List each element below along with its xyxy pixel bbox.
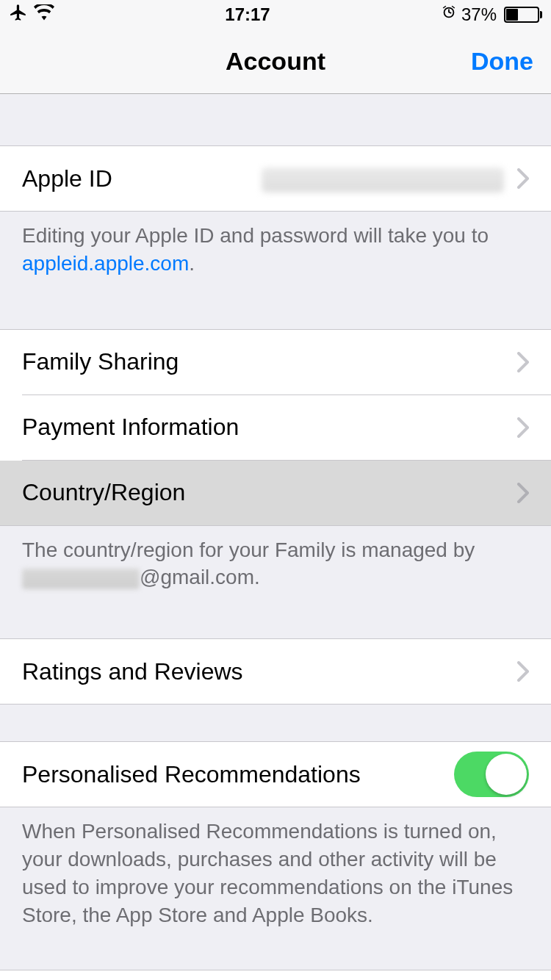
apple-id-label: Apple ID — [22, 165, 112, 192]
row-country-region[interactable]: Country/Region — [0, 461, 551, 525]
row-personalised-recommendations: Personalised Recommendations — [0, 742, 551, 807]
status-time: 17:17 — [225, 4, 270, 25]
row-family-sharing[interactable]: Family Sharing — [0, 330, 551, 394]
row-ratings-reviews[interactable]: Ratings and Reviews — [0, 639, 551, 704]
battery-percent: 37% — [461, 4, 497, 25]
personalised-recommendations-toggle[interactable] — [454, 752, 529, 797]
appleid-link[interactable]: appleid.apple.com — [22, 252, 189, 275]
payment-information-label: Payment Information — [22, 414, 239, 441]
alarm-icon — [441, 4, 457, 25]
status-bar: 17:17 37% — [0, 0, 551, 29]
redacted-email-prefix — [22, 569, 140, 589]
battery-icon — [501, 7, 542, 23]
apple-id-footer: Editing your Apple ID and password will … — [0, 212, 551, 300]
chevron-right-icon — [517, 661, 529, 682]
country-region-footer: The country/region for your Family is ma… — [0, 526, 551, 614]
chevron-right-icon — [517, 483, 529, 503]
wifi-icon — [34, 4, 54, 25]
family-sharing-label: Family Sharing — [22, 348, 179, 375]
country-region-label: Country/Region — [22, 479, 185, 506]
chevron-right-icon — [517, 168, 529, 189]
apple-id-value — [112, 165, 504, 192]
row-apple-id[interactable]: Apple ID — [0, 146, 551, 211]
chevron-right-icon — [517, 352, 529, 372]
page-title: Account — [226, 47, 325, 76]
chevron-right-icon — [517, 417, 529, 438]
ratings-reviews-label: Ratings and Reviews — [22, 658, 243, 685]
nav-bar: Account Done — [0, 29, 551, 94]
done-button[interactable]: Done — [471, 47, 533, 76]
personalised-recommendations-label: Personalised Recommendations — [22, 761, 361, 788]
row-payment-information[interactable]: Payment Information — [0, 395, 551, 460]
airplane-icon — [9, 3, 28, 26]
personalised-recommendations-footer: When Personalised Recommendations is tur… — [0, 807, 551, 951]
row-partial-next[interactable] — [0, 970, 551, 980]
